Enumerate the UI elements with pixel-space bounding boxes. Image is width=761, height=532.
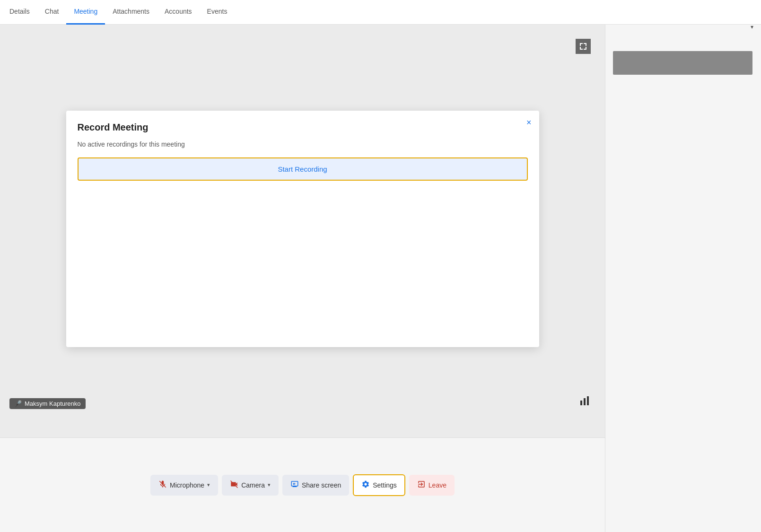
tab-accounts[interactable]: Accounts [157, 0, 200, 25]
settings-label: Settings [373, 481, 397, 489]
start-recording-button[interactable]: Start Recording [78, 157, 528, 181]
top-navigation: Details Chat Meeting Attachments Account… [0, 0, 761, 25]
camera-off-icon [230, 480, 238, 490]
leave-icon [417, 480, 426, 490]
microphone-chevron-icon: ▾ [207, 482, 210, 488]
modal-overlay: Record Meeting × No active recordings fo… [0, 25, 605, 433]
bottom-toolbar: Microphone ▾ Camera ▾ Share screen Setti… [0, 437, 605, 532]
record-meeting-modal: Record Meeting × No active recordings fo… [66, 111, 539, 347]
modal-title: Record Meeting [78, 122, 528, 133]
chevron-down-icon: ▾ [751, 24, 753, 30]
microphone-button[interactable]: Microphone ▾ [150, 475, 218, 496]
tab-attachments[interactable]: Attachments [105, 0, 157, 25]
leave-label: Leave [429, 481, 446, 489]
tab-meeting[interactable]: Meeting [66, 0, 105, 25]
tab-details[interactable]: Details [8, 0, 37, 25]
avatar-thumbnail [613, 51, 752, 75]
microphone-label: Microphone [170, 481, 204, 489]
leave-button[interactable]: Leave [409, 475, 455, 496]
camera-label: Camera [241, 481, 265, 489]
modal-close-button[interactable]: × [526, 118, 532, 127]
modal-subtitle: No active recordings for this meeting [78, 140, 528, 148]
tab-events[interactable]: Events [200, 0, 235, 25]
camera-chevron-icon: ▾ [268, 482, 271, 488]
share-screen-button[interactable]: Share screen [282, 475, 349, 496]
share-screen-label: Share screen [302, 481, 341, 489]
right-panel: Me Ov ▾ [605, 0, 761, 532]
share-screen-icon [290, 480, 299, 490]
settings-button[interactable]: Settings [353, 474, 405, 496]
tab-chat[interactable]: Chat [37, 0, 67, 25]
camera-button[interactable]: Camera ▾ [222, 475, 279, 496]
microphone-muted-icon [158, 480, 167, 490]
settings-gear-icon [361, 480, 370, 490]
